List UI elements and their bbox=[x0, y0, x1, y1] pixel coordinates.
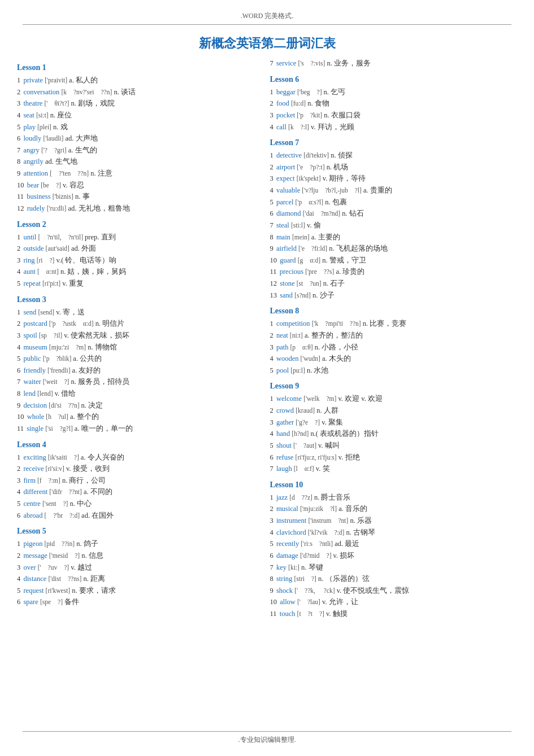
item-word: play bbox=[23, 123, 36, 131]
item-num: 3 bbox=[17, 256, 20, 264]
item-word: laugh bbox=[276, 465, 292, 473]
vocab-item: 6 spare [spe ?] 备件 bbox=[17, 596, 264, 608]
item-word: angry bbox=[23, 146, 39, 154]
item-meaning: 拒绝 bbox=[345, 453, 360, 461]
item-meaning: 期待，等待 bbox=[329, 174, 366, 182]
item-pos: ad. bbox=[71, 244, 80, 252]
item-phonetic: [k ?nv?'sei ??n] bbox=[61, 89, 112, 95]
item-meaning: 水池 bbox=[314, 366, 328, 374]
item-meaning: 聚集 bbox=[328, 418, 343, 426]
item-pos: n. bbox=[62, 477, 67, 484]
item-meaning: 业务，服务 bbox=[334, 59, 371, 67]
vocab-item: 5 play [plei] n. 戏 bbox=[17, 121, 264, 133]
item-meaning: 爵士音乐 bbox=[321, 493, 350, 501]
item-phonetic: [' θi?t?] bbox=[45, 100, 70, 107]
item-phonetic: [pid ??in] bbox=[45, 540, 75, 547]
item-word: diamond bbox=[276, 209, 301, 217]
item-num: 8 bbox=[270, 575, 273, 583]
item-meaning: 乐器 bbox=[357, 517, 372, 525]
item-phonetic: ['difr ??nt] bbox=[49, 488, 82, 495]
item-pos: v. bbox=[66, 465, 71, 473]
item-num: 11 bbox=[17, 193, 24, 200]
item-pos: a. bbox=[336, 268, 341, 276]
item-word: rudely bbox=[27, 204, 45, 212]
item-meaning: 古钢琴 bbox=[353, 528, 375, 536]
item-num: 3 bbox=[17, 563, 20, 571]
item-phonetic: ['s ?:vis] bbox=[298, 60, 325, 67]
item-meaning: 公共的 bbox=[80, 355, 102, 362]
item-pos: n. bbox=[324, 88, 329, 96]
page-container: .WORD 完美格式. 新概念英语第二册词汇表 Lesson 11 privat… bbox=[0, 0, 534, 756]
item-phonetic: [' ?lau] bbox=[297, 598, 320, 605]
item-pos: n. bbox=[316, 407, 322, 414]
item-meaning: 警戒，守卫 bbox=[329, 256, 366, 264]
item-pos: n. bbox=[322, 256, 327, 264]
lesson-title: Lesson 8 bbox=[270, 307, 518, 316]
vocab-item: 3 instrument ['instrum ?nt] n. 乐器 bbox=[270, 515, 518, 527]
item-pos: n. bbox=[315, 343, 320, 351]
item-word: spare bbox=[23, 598, 38, 606]
item-phonetic: ['d?mid ?] bbox=[300, 552, 332, 559]
item-phonetic: [sp ?il] bbox=[39, 332, 62, 339]
vocab-item: 4 museum [mju:'zi ?m] n. 博物馆 bbox=[17, 342, 264, 353]
item-num: 3 bbox=[270, 418, 273, 426]
item-meaning: 音乐的 bbox=[345, 505, 367, 513]
item-meaning: 借给 bbox=[61, 390, 76, 397]
item-pos: v. bbox=[63, 181, 68, 189]
item-num: 1 bbox=[17, 233, 20, 241]
item-phonetic: [ ?'ten ??n] bbox=[50, 170, 89, 177]
item-phonetic: [di'si ??n] bbox=[49, 402, 79, 409]
item-word: main bbox=[276, 233, 290, 241]
item-meaning: 令人兴奋的 bbox=[88, 453, 124, 461]
vocab-item: 10 whole [h ?ul] a. 整个的 bbox=[17, 411, 264, 423]
item-phonetic: ['weit ?] bbox=[43, 378, 70, 385]
item-num: 5 bbox=[270, 540, 273, 548]
item-word: seat bbox=[23, 111, 34, 119]
item-phonetic: [aut'said] bbox=[46, 245, 70, 252]
item-phonetic: ['v?lju ?b?l,-jub ?l] bbox=[302, 187, 362, 194]
vocab-item: 6 damage ['d?mid ?] v. 损坏 bbox=[270, 550, 518, 562]
item-phonetic: [l α:f] bbox=[294, 465, 314, 472]
item-pos: n. bbox=[363, 320, 368, 327]
vocab-item: 2 outside [aut'said] ad. 外面 bbox=[17, 243, 264, 255]
vocab-item: 4 hand [h?nd] n.( 表或机器的）指针 bbox=[270, 428, 518, 440]
item-phonetic: [ ?'br ?:d] bbox=[45, 512, 80, 519]
item-meaning: 距离 bbox=[90, 575, 105, 583]
vocab-item: 4 clavichord ['kl?vik ?:d] n. 古钢琴 bbox=[270, 527, 518, 539]
item-phonetic: ['sent ?] bbox=[42, 500, 68, 507]
item-meaning: 博物馆 bbox=[95, 343, 117, 351]
item-word: pigeon bbox=[23, 540, 42, 548]
item-num: 2 bbox=[17, 552, 20, 560]
vocab-item: 1 beggar ['beg ?] n. 乞丐 bbox=[270, 86, 518, 98]
item-word: detective bbox=[276, 151, 302, 159]
item-word: key bbox=[276, 563, 286, 571]
item-word: allow bbox=[280, 598, 296, 606]
item-word: centre bbox=[23, 500, 41, 508]
item-phonetic: ['mju:zik ?l] bbox=[300, 505, 337, 512]
item-num: 2 bbox=[270, 99, 273, 107]
item-pos: v. bbox=[56, 308, 61, 316]
item-word: public bbox=[23, 355, 41, 362]
item-meaning: 比赛，竞赛 bbox=[370, 320, 406, 327]
item-phonetic: [' ??k, ?ck] bbox=[294, 587, 335, 594]
vocab-item: 2 food [fu:d] n. 食物 bbox=[270, 98, 518, 110]
lesson-title: Lesson 7 bbox=[270, 138, 518, 147]
item-meaning: 生气地 bbox=[55, 158, 77, 165]
item-meaning: 触摸 bbox=[333, 610, 348, 618]
vocab-item: 3 ring [ri ?] v.( 铃、电话等）响 bbox=[17, 255, 264, 266]
bottom-bar-text: .专业知识编辑整理. bbox=[238, 736, 296, 744]
vocab-item: 1 detective [di'tektiv] n. 侦探 bbox=[270, 150, 518, 161]
item-num: 1 bbox=[17, 453, 20, 461]
item-num: 1 bbox=[270, 493, 273, 501]
item-meaning: 贵重的 bbox=[370, 186, 392, 194]
vocab-item: 11 precious ['pre ??s] a. 珍贵的 bbox=[270, 266, 518, 278]
item-word: spoil bbox=[23, 331, 37, 339]
item-num: 1 bbox=[270, 151, 273, 159]
item-num: 1 bbox=[270, 395, 273, 403]
item-meaning: （乐器的）弦 bbox=[325, 575, 370, 583]
item-meaning: 木头的 bbox=[329, 355, 351, 362]
item-phonetic: ['? ?gri] bbox=[41, 147, 67, 154]
item-meaning: 外面 bbox=[81, 244, 96, 252]
item-meaning: 谈话 bbox=[121, 88, 136, 96]
item-num: 6 bbox=[17, 598, 20, 606]
